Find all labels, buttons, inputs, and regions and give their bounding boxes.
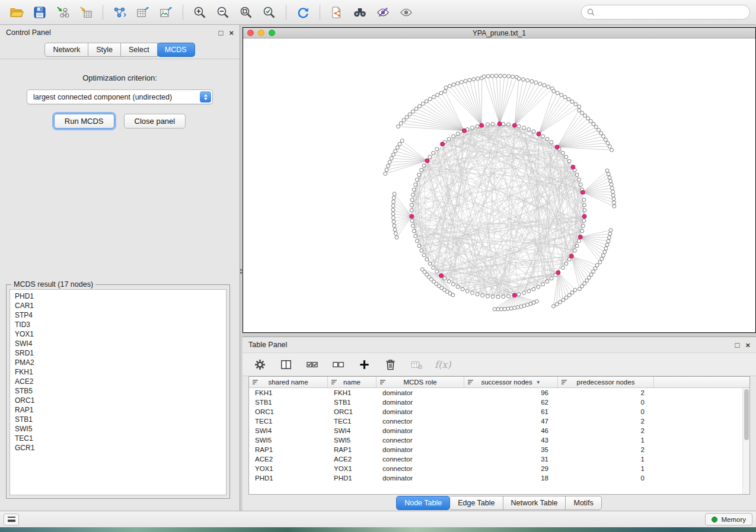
table-cell[interactable]: connector	[377, 464, 464, 473]
table-row[interactable]: FKH1FKH1dominator962	[249, 388, 749, 398]
create-column-button[interactable]	[356, 357, 372, 372]
table-row[interactable]: SWI5SWI5connector431	[249, 435, 749, 445]
column-header-name[interactable]: name	[328, 377, 377, 387]
find-button[interactable]	[349, 2, 371, 23]
table-cell[interactable]: ACE2	[328, 454, 377, 464]
table-row[interactable]: RAP1RAP1dominator352	[249, 445, 749, 454]
table-cell[interactable]: YOX1	[249, 464, 328, 473]
mcds-result-item[interactable]: FKH1	[15, 367, 226, 377]
mcds-result-item[interactable]: SWI4	[15, 339, 226, 348]
mcds-result-list[interactable]: PHD1CAR1STP4TID3YOX1SWI4SRD1PMA2FKH1ACE2…	[9, 289, 227, 495]
table-cell[interactable]: 61	[464, 407, 558, 416]
table-cell[interactable]: SWI5	[249, 435, 328, 445]
memory-button[interactable]: Memory	[705, 513, 752, 525]
table-cell[interactable]: 2	[558, 445, 654, 454]
mcds-result-item[interactable]: SWI5	[15, 424, 226, 434]
table-cell[interactable]: YOX1	[328, 464, 377, 473]
table-row[interactable]: PHD1PHD1dominator180	[249, 473, 749, 483]
table-cell[interactable]: FKH1	[328, 388, 377, 398]
table-cell[interactable]: 35	[464, 445, 558, 454]
table-cell[interactable]: 0	[558, 398, 654, 407]
mcds-result-item[interactable]: TID3	[15, 320, 226, 329]
column-header-successor-nodes[interactable]: successor nodes▼	[464, 377, 558, 387]
float-panel-icon[interactable]: □	[219, 29, 224, 37]
table-cell[interactable]: SWI4	[249, 426, 328, 435]
table-cell[interactable]: dominator	[377, 407, 464, 416]
table-cell[interactable]: STB1	[249, 398, 328, 407]
show-columns-button[interactable]	[278, 357, 294, 372]
panel-splitter[interactable]: ▲▼	[240, 25, 243, 511]
delete-column-button[interactable]	[382, 357, 398, 372]
table-cell[interactable]: 31	[464, 454, 558, 464]
export-table-button[interactable]	[132, 2, 154, 23]
save-session-button[interactable]	[29, 2, 50, 23]
mcds-result-item[interactable]: ACE2	[15, 377, 226, 386]
table-cell[interactable]: dominator	[377, 398, 464, 407]
mcds-result-item[interactable]: RAP1	[15, 405, 226, 415]
zoom-in-button[interactable]	[189, 2, 210, 23]
column-header-shared-name[interactable]: shared name	[249, 377, 328, 387]
zoom-selected-button[interactable]	[259, 2, 280, 23]
mcds-result-item[interactable]: STB1	[15, 415, 226, 424]
table-cell[interactable]: STB1	[328, 398, 377, 407]
table-cell[interactable]: 0	[558, 407, 654, 416]
table-body[interactable]: FKH1FKH1dominator962STB1STB1dominator620…	[249, 388, 749, 483]
network-graph[interactable]	[243, 39, 755, 332]
tab-network[interactable]: Network	[44, 43, 88, 57]
table-row[interactable]: ORC1ORC1dominator610	[249, 407, 749, 416]
table-cell[interactable]: 2	[558, 416, 654, 426]
mcds-result-item[interactable]: SRD1	[15, 348, 226, 358]
table-settings-button[interactable]	[252, 357, 267, 372]
delete-table-button[interactable]	[409, 357, 424, 372]
table-cell[interactable]: 43	[464, 435, 558, 445]
table-cell[interactable]: 2	[558, 426, 654, 435]
table-row[interactable]: YOX1YOX1connector291	[249, 464, 749, 473]
hide-selected-button[interactable]	[372, 2, 394, 23]
table-cell[interactable]: dominator	[377, 388, 464, 398]
table-row[interactable]: TEC1TEC1connector472	[249, 416, 749, 426]
table-cell[interactable]: 47	[464, 416, 558, 426]
table-row[interactable]: STB1STB1dominator620	[249, 398, 749, 407]
mcds-result-item[interactable]: GCR1	[15, 443, 226, 453]
zoom-out-button[interactable]	[212, 2, 234, 23]
table-scrollbar[interactable]	[742, 388, 749, 494]
run-mcds-button[interactable]: Run MCDS	[54, 114, 114, 129]
function-builder-button[interactable]: f(x)	[435, 357, 451, 372]
mcds-result-item[interactable]: YOX1	[15, 329, 226, 339]
import-network-button[interactable]	[52, 2, 74, 23]
search-box[interactable]	[581, 5, 750, 20]
table-cell[interactable]: 2	[558, 388, 654, 398]
deselect-all-columns-button[interactable]	[330, 357, 346, 372]
mcds-result-item[interactable]: CAR1	[15, 301, 226, 310]
network-window-titlebar[interactable]: YPA_prune.txt_1	[243, 28, 755, 39]
tab-motifs[interactable]: Motifs	[566, 496, 601, 510]
close-panel-icon[interactable]: ×	[229, 29, 234, 37]
table-cell[interactable]: 1	[558, 454, 654, 464]
table-cell[interactable]: TEC1	[328, 416, 377, 426]
mcds-result-item[interactable]: STP4	[15, 310, 226, 320]
table-row[interactable]: ACE2ACE2connector311	[249, 454, 749, 464]
zoom-fit-button[interactable]	[235, 2, 257, 23]
open-session-button[interactable]	[6, 2, 27, 23]
table-cell[interactable]: 1	[558, 435, 654, 445]
tab-select[interactable]: Select	[121, 43, 158, 57]
table-cell[interactable]: 29	[464, 464, 558, 473]
select-all-columns-button[interactable]	[304, 357, 320, 372]
mcds-result-item[interactable]: TEC1	[15, 434, 226, 443]
mcds-result-item[interactable]: STB5	[15, 386, 226, 396]
status-menu-button[interactable]	[4, 514, 19, 525]
close-panel-button[interactable]: Close panel	[124, 114, 186, 129]
table-cell[interactable]: 62	[464, 398, 558, 407]
table-cell[interactable]: dominator	[377, 445, 464, 454]
close-window-button[interactable]	[247, 30, 254, 36]
table-cell[interactable]: 46	[464, 426, 558, 435]
export-document-button[interactable]	[326, 2, 347, 23]
mcds-result-item[interactable]: ORC1	[15, 396, 226, 405]
column-header-predecessor-nodes[interactable]: predecessor nodes	[558, 377, 654, 387]
mcds-result-item[interactable]: PHD1	[15, 291, 226, 301]
scrollbar-thumb[interactable]	[744, 389, 749, 440]
splitter-arrows-icon[interactable]: ▲▼	[239, 268, 243, 275]
tab-style[interactable]: Style	[88, 43, 121, 57]
table-cell[interactable]: ORC1	[249, 407, 328, 416]
table-cell[interactable]: PHD1	[328, 473, 377, 483]
